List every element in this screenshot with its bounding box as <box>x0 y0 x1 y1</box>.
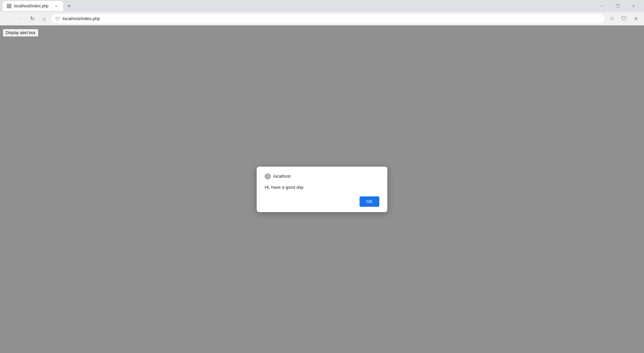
security-icon: 🛡 <box>55 16 60 21</box>
tab-bar: localhost/index.php × + − ❐ × <box>0 0 644 12</box>
star-icon: ☆ <box>609 15 614 22</box>
menu-button[interactable]: ≡ <box>631 13 641 24</box>
back-button[interactable]: ← <box>3 13 13 24</box>
modal-overlay: localhost Hi, have a good day OK <box>0 25 644 353</box>
globe-icon <box>265 173 271 179</box>
browser-window: localhost/index.php × + − ❐ × ← → ↻ ⌂ 🛡 <box>0 0 644 353</box>
reload-button[interactable]: ↻ <box>27 13 38 24</box>
forward-icon: → <box>17 16 23 22</box>
tab-favicon <box>7 4 11 8</box>
alert-message: Hi, have a good day <box>265 185 379 190</box>
minimize-button[interactable]: − <box>594 0 609 12</box>
alert-origin: localhost <box>273 174 291 179</box>
browser-tab[interactable]: localhost/index.php × <box>3 1 63 11</box>
restore-button[interactable]: ❐ <box>610 0 625 12</box>
alert-actions: OK <box>265 196 379 207</box>
forward-button[interactable]: → <box>15 13 25 24</box>
tab-title: localhost/index.php <box>14 4 51 8</box>
window-controls: − ❐ × <box>594 0 641 12</box>
home-icon: ⌂ <box>43 16 46 22</box>
alert-dialog: localhost Hi, have a good day OK <box>257 167 387 212</box>
extensions-button[interactable]: 🛡 <box>619 13 629 24</box>
alert-dialog-header: localhost <box>265 173 379 179</box>
close-button[interactable]: × <box>626 0 641 12</box>
alert-ok-button[interactable]: OK <box>360 196 379 207</box>
page-content: Display alert box localhost Hi, have a g… <box>0 25 644 353</box>
new-tab-button[interactable]: + <box>64 1 74 11</box>
bookmark-button[interactable]: ☆ <box>606 13 617 24</box>
nav-right-icons: ☆ 🛡 ≡ <box>606 13 641 24</box>
menu-icon: ≡ <box>634 16 637 22</box>
shield-icon: 🛡 <box>621 16 627 22</box>
address-bar[interactable]: 🛡 <box>51 13 605 24</box>
tab-close-button[interactable]: × <box>54 3 59 9</box>
home-button[interactable]: ⌂ <box>39 13 50 24</box>
address-input[interactable] <box>63 16 601 21</box>
reload-icon: ↻ <box>30 15 35 22</box>
back-icon: ← <box>5 16 11 22</box>
nav-bar: ← → ↻ ⌂ 🛡 ☆ 🛡 ≡ <box>0 12 644 25</box>
